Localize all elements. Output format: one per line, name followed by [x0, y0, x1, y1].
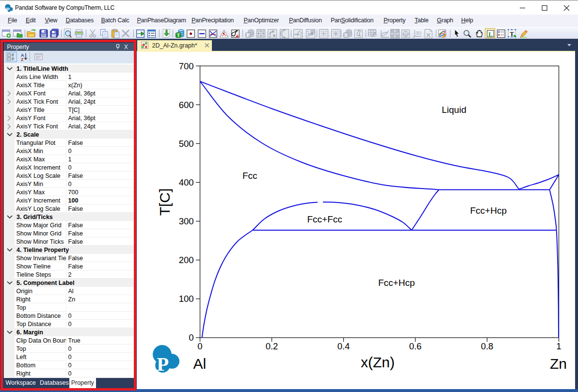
svg-text:0: 0: [189, 332, 193, 343]
svg-text:100: 100: [179, 294, 194, 304]
svg-text:600: 600: [179, 100, 194, 110]
svg-text:0.4: 0.4: [337, 341, 350, 351]
svg-text:Fcc: Fcc: [242, 171, 257, 181]
svg-text:0.8: 0.8: [481, 341, 494, 351]
svg-text:400: 400: [179, 177, 194, 188]
svg-text:Zn: Zn: [550, 356, 567, 372]
svg-text:P: P: [157, 353, 169, 375]
svg-text:T[C]: T[C]: [157, 188, 173, 216]
svg-text:200: 200: [179, 255, 194, 265]
svg-text:x(Zn): x(Zn): [361, 354, 395, 370]
svg-text:300: 300: [179, 216, 194, 226]
svg-text:+: +: [8, 53, 10, 57]
svg-text:+: +: [8, 57, 10, 60]
svg-text:Fcc+Hcp: Fcc+Hcp: [378, 278, 415, 288]
svg-text:Fcc+Hcp: Fcc+Hcp: [470, 205, 507, 216]
svg-text:Z: Z: [21, 57, 24, 62]
svg-text:Al: Al: [193, 356, 207, 372]
svg-text:0: 0: [197, 341, 202, 351]
svg-text:500: 500: [179, 139, 194, 149]
svg-text:0.2: 0.2: [266, 341, 278, 351]
svg-text:700: 700: [179, 61, 194, 71]
svg-text:0.6: 0.6: [409, 341, 422, 351]
svg-text:Liquid: Liquid: [442, 105, 466, 115]
svg-text:Fcc+Fcc: Fcc+Fcc: [307, 214, 342, 224]
svg-text:1: 1: [556, 341, 561, 351]
